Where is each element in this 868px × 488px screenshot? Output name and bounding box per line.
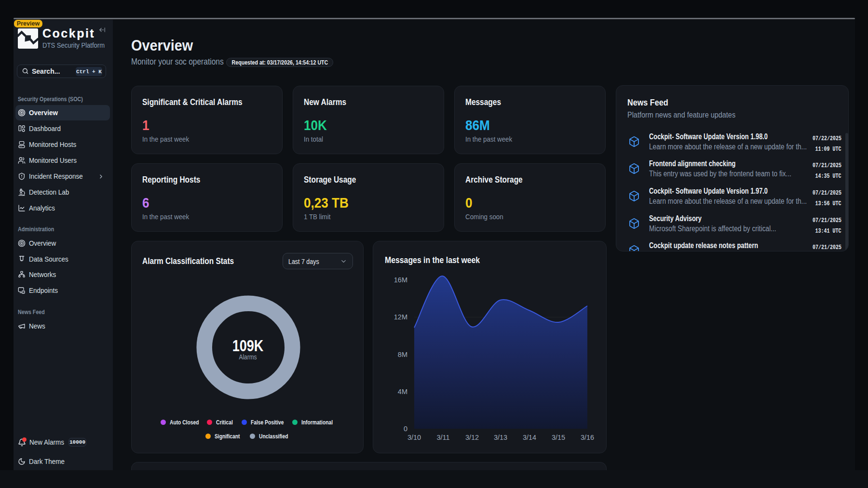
svg-text:3/14: 3/14 — [523, 434, 536, 441]
svg-text:3/16: 3/16 — [581, 434, 594, 441]
svg-text:12M: 12M — [394, 313, 407, 321]
svg-text:3/13: 3/13 — [494, 434, 507, 441]
svg-text:3/15: 3/15 — [552, 434, 565, 441]
svg-text:3/11: 3/11 — [436, 434, 449, 441]
svg-text:3/12: 3/12 — [465, 434, 479, 441]
svg-text:16M: 16M — [394, 276, 407, 284]
svg-text:4M: 4M — [398, 388, 407, 396]
svg-text:8M: 8M — [398, 351, 407, 358]
svg-text:0: 0 — [404, 425, 407, 433]
svg-text:3/10: 3/10 — [407, 434, 421, 441]
